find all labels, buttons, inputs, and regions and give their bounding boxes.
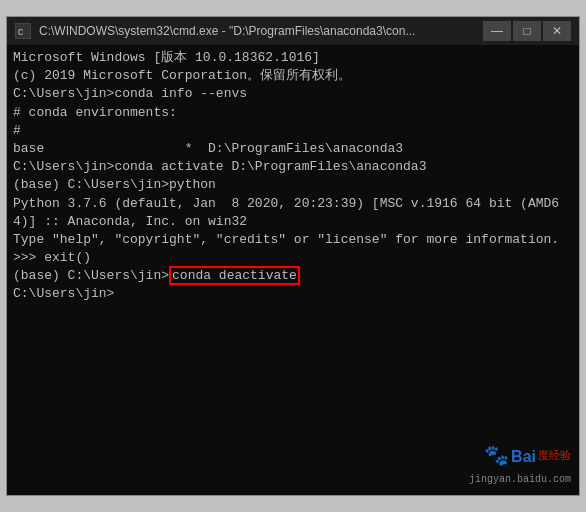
console-line: C:\Users\jin>conda activate D:\ProgramFi… [13, 158, 573, 176]
console-line: Python 3.7.6 (default, Jan 8 2020, 20:23… [13, 195, 573, 213]
close-button[interactable]: ✕ [543, 21, 571, 41]
console-line: (base) C:\Users\jin>python [13, 176, 573, 194]
minimize-button[interactable]: — [483, 21, 511, 41]
console-line: (c) 2019 Microsoft Corporation。保留所有权利。 [13, 67, 573, 85]
console-line: C:\Users\jin>conda info --envs [13, 85, 573, 103]
console-area[interactable]: Microsoft Windows [版本 10.0.18362.1016](c… [7, 45, 579, 495]
baidu-url: jingyan.baidu.com [469, 473, 571, 487]
watermark: 🐾 Bai度经验 jingyan.baidu.com [469, 443, 571, 487]
maximize-button[interactable]: □ [513, 21, 541, 41]
baidu-logo: 🐾 Bai度经验 [484, 443, 571, 471]
cmd-icon: C [15, 23, 31, 39]
console-line: C:\Users\jin> [13, 285, 573, 303]
console-line: Microsoft Windows [版本 10.0.18362.1016] [13, 49, 573, 67]
console-line: >>> exit() [13, 249, 573, 267]
console-line: Type "help", "copyright", "credits" or "… [13, 231, 573, 249]
console-line: # [13, 122, 573, 140]
baidu-suffix: 度经验 [538, 449, 571, 464]
window-title: C:\WINDOWS\system32\cmd.exe - "D:\Progra… [39, 24, 483, 38]
cmd-window: C C:\WINDOWS\system32\cmd.exe - "D:\Prog… [6, 16, 580, 496]
console-line: # conda environments: [13, 104, 573, 122]
baidu-paw-icon: 🐾 [484, 443, 509, 471]
window-controls: — □ ✕ [483, 21, 571, 41]
console-line: 4)] :: Anaconda, Inc. on win32 [13, 213, 573, 231]
console-line: (base) C:\Users\jin>conda deactivate [13, 267, 573, 285]
svg-text:C: C [18, 27, 24, 38]
title-bar: C C:\WINDOWS\system32\cmd.exe - "D:\Prog… [7, 17, 579, 45]
baidu-text: Bai [511, 446, 536, 468]
highlighted-command: conda deactivate [169, 266, 300, 285]
console-line: base * D:\ProgramFiles\anaconda3 [13, 140, 573, 158]
